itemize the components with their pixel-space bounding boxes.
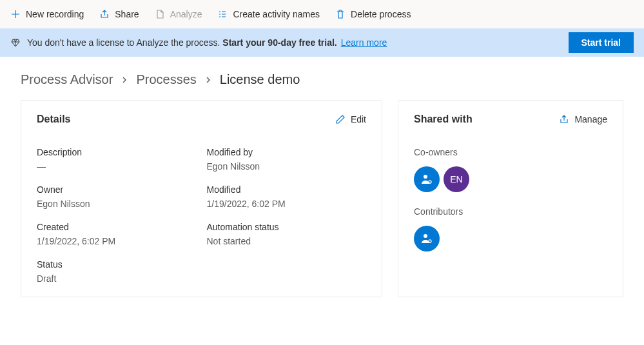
contributors-label: Contributors <box>414 206 607 217</box>
field-owner: Owner Egon Nilsson <box>37 184 197 209</box>
details-header: Details Edit <box>37 113 366 125</box>
edit-button[interactable]: Edit <box>335 114 366 124</box>
toolbar: New recording Share Analyze Create activ… <box>0 0 644 28</box>
automation-status-label: Automation status <box>207 222 367 232</box>
field-description: Description — <box>37 147 197 172</box>
manage-button[interactable]: Manage <box>559 114 607 124</box>
modified-label: Modified <box>207 184 367 195</box>
created-value: 1/19/2022, 6:02 PM <box>37 236 197 246</box>
share-label: Share <box>115 9 139 19</box>
new-recording-label: New recording <box>26 9 84 19</box>
automation-status-value: Not started <box>207 236 367 246</box>
owner-label: Owner <box>37 184 197 195</box>
shared-title: Shared with <box>414 113 473 125</box>
status-value: Draft <box>37 273 197 284</box>
cards-container: Details Edit Description — Modified by E… <box>0 100 644 313</box>
license-banner: You don't have a license to Analyze the … <box>0 28 644 57</box>
shared-header: Shared with Manage <box>414 113 607 125</box>
new-recording-button[interactable]: New recording <box>10 9 84 19</box>
svg-point-0 <box>424 175 427 179</box>
details-grid: Description — Modified by Egon Nilsson O… <box>37 147 366 284</box>
delete-process-label: Delete process <box>351 9 411 19</box>
share-button[interactable]: Share <box>99 9 139 19</box>
modified-by-value: Egon Nilsson <box>207 161 367 172</box>
plus-icon <box>10 9 21 19</box>
svg-point-1 <box>429 181 431 183</box>
banner-bold: Start your 90-day free trial. <box>222 37 337 48</box>
analyze-button: Analyze <box>155 9 202 19</box>
learn-more-link[interactable]: Learn more <box>341 37 387 48</box>
chevron-right-icon <box>204 76 212 84</box>
avatar-system[interactable] <box>414 166 440 192</box>
banner-message: You don't have a license to Analyze the … <box>27 37 337 48</box>
chevron-right-icon <box>121 76 128 84</box>
field-status: Status Draft <box>37 259 197 284</box>
edit-label: Edit <box>351 114 366 124</box>
owner-value: Egon Nilsson <box>37 199 197 209</box>
trash-icon <box>335 9 346 19</box>
coowners-section: Co-owners EN <box>414 147 607 192</box>
field-modified: Modified 1/19/2022, 6:02 PM <box>207 184 367 209</box>
details-card: Details Edit Description — Modified by E… <box>21 100 382 297</box>
share-out-icon <box>559 114 569 124</box>
breadcrumb-processes[interactable]: Processes <box>136 72 196 87</box>
avatar-user[interactable]: EN <box>444 166 469 192</box>
breadcrumb-root[interactable]: Process Advisor <box>21 72 113 87</box>
share-icon <box>99 9 110 19</box>
contributors-avatars <box>414 226 607 251</box>
status-label: Status <box>37 259 197 270</box>
list-icon <box>217 9 228 19</box>
svg-point-2 <box>424 234 427 238</box>
coowners-label: Co-owners <box>414 147 607 157</box>
contributors-section: Contributors <box>414 206 607 251</box>
diamond-icon <box>10 37 21 48</box>
field-automation-status: Automation status Not started <box>207 222 367 246</box>
modified-by-label: Modified by <box>207 147 367 157</box>
banner-pre: You don't have a license to Analyze the … <box>27 37 222 48</box>
analyze-icon <box>155 9 165 19</box>
person-settings-icon <box>420 173 433 186</box>
analyze-label: Analyze <box>170 9 202 19</box>
shared-card: Shared with Manage Co-owners EN Contribu… <box>398 100 623 297</box>
create-activity-names-button[interactable]: Create activity names <box>217 9 320 19</box>
svg-point-3 <box>429 240 431 242</box>
field-created: Created 1/19/2022, 6:02 PM <box>37 222 197 246</box>
created-label: Created <box>37 222 197 232</box>
person-settings-icon <box>420 232 433 245</box>
breadcrumb: Process Advisor Processes License demo <box>0 57 644 100</box>
coowners-avatars: EN <box>414 166 607 192</box>
description-label: Description <box>37 147 197 157</box>
create-activity-names-label: Create activity names <box>233 9 320 19</box>
details-title: Details <box>37 113 70 125</box>
avatar-system[interactable] <box>414 226 440 251</box>
manage-label: Manage <box>574 114 607 124</box>
breadcrumb-current: License demo <box>220 72 300 87</box>
modified-value: 1/19/2022, 6:02 PM <box>207 199 367 209</box>
description-value: — <box>37 161 197 172</box>
field-modified-by: Modified by Egon Nilsson <box>207 147 367 172</box>
start-trial-button[interactable]: Start trial <box>569 32 634 53</box>
delete-process-button[interactable]: Delete process <box>335 9 411 19</box>
pencil-icon <box>335 114 346 124</box>
